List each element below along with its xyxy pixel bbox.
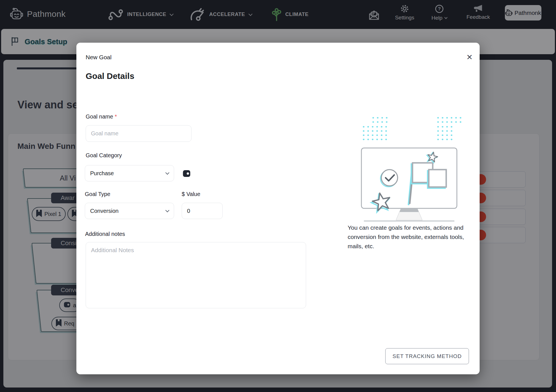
section-title: Goal Details [86,71,134,81]
additional-notes-label: Additional notes [85,231,125,237]
goal-name-input[interactable] [86,125,192,142]
value-label: $ Value [182,191,200,197]
new-goal-modal: New Goal ✕ Goal Details Goal name * Goal… [76,43,480,374]
goal-category-select[interactable]: Purchase [85,165,174,181]
goal-name-label-text: Goal name [86,113,113,120]
goal-name-label: Goal name * [86,113,117,120]
goal-category-value: Purchase [90,170,166,177]
goals-monitor-illustration [357,144,461,229]
additional-notes-textarea[interactable] [86,242,306,308]
dot-grid-decoration [436,116,463,140]
chevron-down-icon [165,208,169,212]
set-tracking-method-button[interactable]: SET TRACKING METHOD [385,348,469,364]
purchase-category-icon [183,170,191,179]
illustration-caption: You can create goals for events, actions… [348,223,475,251]
modal-title: New Goal [86,54,111,61]
chevron-down-icon [165,171,169,175]
goal-type-label: Goal Type [85,191,110,197]
close-icon[interactable]: ✕ [463,51,476,63]
required-asterisk: * [115,113,117,120]
goal-category-label: Goal Category [86,152,122,159]
goal-type-value: Conversion [90,208,166,214]
dot-grid-decoration [361,116,388,140]
value-input[interactable] [182,203,223,219]
goal-type-select[interactable]: Conversion [85,203,174,219]
app-root: Pathmonk INTELLIGENCE ACCELERATE [0,0,556,392]
